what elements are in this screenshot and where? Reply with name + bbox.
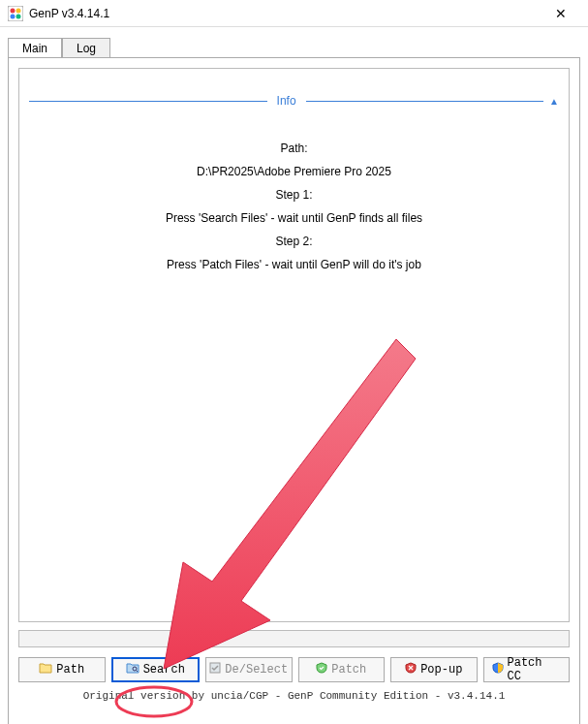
tab-main[interactable]: Main [8, 38, 62, 58]
tab-log[interactable]: Log [62, 38, 110, 58]
info-line-step2-label: Step 2: [29, 230, 559, 253]
path-button[interactable]: Path [18, 657, 106, 682]
info-label: Info [267, 94, 306, 108]
checkbox-icon [209, 662, 221, 677]
tab-panel-main: Info ▲ Path: D:\PR2025\Adobe Premiere Pr… [8, 57, 580, 724]
app-icon [8, 6, 23, 21]
window-body: Main Log Info ▲ Path: D:\PR2025\Adobe Pr… [0, 27, 588, 724]
info-line-step1-label: Step 1: [29, 183, 559, 206]
patch-cc-button[interactable]: Patch CC [483, 657, 571, 682]
titlebar: GenP v3.4.14.1 ✕ [0, 0, 588, 27]
footer-text: Original version by uncia/CGP - GenP Com… [18, 690, 570, 702]
shield-x-icon [405, 662, 417, 677]
popup-button[interactable]: Pop-up [390, 657, 478, 682]
info-line-path-label: Path: [29, 137, 559, 160]
patch-button[interactable]: Patch [298, 657, 386, 682]
folder-icon [39, 662, 52, 677]
search-folder-icon [126, 662, 139, 677]
svg-point-1 [11, 8, 15, 13]
info-body: Path: D:\PR2025\Adobe Premiere Pro 2025 … [29, 137, 559, 276]
info-header[interactable]: Info ▲ [29, 94, 559, 108]
close-button[interactable]: ✕ [542, 6, 580, 21]
svg-point-4 [16, 14, 21, 18]
info-line-path-value: D:\PR2025\Adobe Premiere Pro 2025 [29, 160, 559, 183]
info-line-step2-text: Press 'Patch Files' - wait until GenP wi… [29, 253, 559, 276]
svg-point-3 [11, 14, 15, 18]
tabs: Main Log [8, 37, 580, 57]
divider-left [29, 101, 267, 102]
shield-check-icon [316, 662, 327, 677]
window-title: GenP v3.4.14.1 [29, 7, 542, 20]
svg-point-2 [16, 8, 21, 13]
shield-cc-icon [492, 662, 504, 677]
content-region: Info ▲ Path: D:\PR2025\Adobe Premiere Pr… [18, 68, 570, 622]
deselect-button[interactable]: De/Select [205, 657, 293, 682]
info-line-step1-text: Press 'Search Files' - wait until GenP f… [29, 206, 559, 230]
svg-rect-0 [8, 6, 23, 21]
button-row: Path Search De/Select Patch [18, 657, 570, 682]
divider-right [306, 101, 544, 102]
progress-bar [18, 630, 570, 647]
collapse-arrow-icon[interactable]: ▲ [543, 96, 559, 107]
search-button[interactable]: Search [111, 657, 201, 682]
